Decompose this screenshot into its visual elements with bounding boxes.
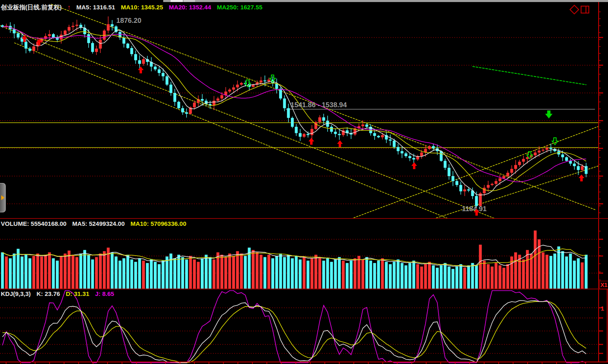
volume-bar [483, 260, 486, 289]
volume-bar [354, 258, 357, 289]
volume-bar [381, 258, 384, 289]
kdj-indicator-label: KDJ(9,3,3) [1, 290, 31, 297]
candle-body [408, 156, 411, 158]
volume-bar [365, 257, 368, 289]
volume-bar [240, 254, 243, 289]
volume-bar [283, 257, 286, 289]
volume-bar [448, 267, 450, 289]
volume-bar [236, 251, 239, 289]
candle-body [381, 135, 384, 137]
volume-bar [271, 258, 274, 289]
candle-body [444, 161, 446, 168]
candle-body [475, 196, 478, 206]
volume-bar [565, 256, 568, 289]
candle-body [463, 190, 466, 192]
volume-ma5-value: MA5: 52499324.00 [72, 220, 124, 227]
kdj-chart[interactable] [0, 289, 608, 364]
volume-bar [471, 263, 474, 289]
ma5-value: MA5: 1316.51 [76, 4, 115, 11]
period-zoom-label[interactable]: X1 [599, 281, 608, 289]
volume-bar [138, 258, 141, 289]
candle-body [95, 49, 98, 52]
candle-body [448, 168, 450, 176]
volume-bar [550, 256, 553, 289]
volume-bar [103, 251, 106, 289]
candle-body [541, 150, 544, 150]
volume-bar [279, 254, 282, 289]
buy-signal-arrow [337, 140, 343, 147]
price-label: 1184.91 [462, 205, 487, 213]
candle-body [68, 27, 71, 31]
candle-body [291, 118, 294, 127]
candle-body [91, 43, 94, 52]
volume-chart[interactable] [0, 219, 608, 289]
volume-bar [126, 255, 129, 289]
volume-bar [491, 267, 494, 289]
volume-bar [99, 254, 102, 289]
volume-bar [173, 258, 176, 289]
candle-body [483, 188, 486, 194]
volume-bar [260, 255, 262, 289]
candle-body [295, 127, 298, 133]
volume-bar [1, 252, 4, 289]
volume-bar [338, 257, 341, 289]
volume-bar [452, 269, 455, 289]
volume-bar [275, 256, 278, 289]
sidebar-slide-handle[interactable] [0, 183, 6, 212]
candle-body [173, 93, 176, 102]
volume-bar [322, 260, 325, 289]
volume-bar [244, 256, 247, 289]
volume-bar [228, 254, 231, 289]
candle-body [330, 127, 333, 132]
candle-body [185, 113, 188, 114]
candle-body [87, 34, 90, 43]
trendline [433, 166, 599, 218]
volume-value: VOLUME: 55540168.00 [1, 220, 67, 227]
candle-body [299, 133, 302, 137]
candle-body [29, 49, 31, 51]
volume-header: VOLUME: 55540168.00 MA5: 52499324.00 MA1… [1, 220, 190, 227]
candle-body [377, 136, 380, 137]
price-label: 1541.86 - 1538.94 [291, 101, 347, 109]
main-price-chart[interactable]: 1876.201541.86 - 1538.941184.91 [0, 2, 608, 218]
volume-bar [436, 268, 439, 289]
volume-bar [142, 260, 145, 289]
candle-body [283, 99, 286, 108]
volume-bar [71, 255, 74, 289]
volume-bar [342, 260, 345, 289]
volume-bar [357, 256, 360, 289]
volume-bar [166, 256, 169, 289]
candle-body [514, 165, 517, 169]
volume-bar [134, 262, 137, 289]
volume-bar [420, 267, 423, 289]
volume-bar [32, 256, 35, 289]
kdj-axis-top-label: 1 [601, 305, 604, 312]
top-strip-gray [163, 0, 608, 2]
buy-signal-arrow [308, 138, 314, 145]
candle-body [213, 101, 215, 106]
volume-bar [350, 260, 353, 289]
volume-bar [209, 257, 211, 289]
volume-bar [585, 255, 588, 289]
candle-body [373, 133, 376, 136]
candle-body [510, 169, 513, 173]
kdj-k-value: K: 23.76 [37, 290, 60, 297]
candle-body [365, 125, 368, 127]
volume-bar [146, 263, 149, 289]
candle-body [193, 103, 196, 108]
candle-body [306, 134, 309, 135]
volume-bar [60, 256, 63, 289]
candle-body [401, 151, 404, 153]
candle-body [64, 31, 67, 35]
volume-bar [44, 255, 47, 289]
candle-body [130, 48, 133, 54]
volume-bar [455, 267, 458, 289]
candle-body [111, 24, 113, 26]
instrument-title: 创业板指(日线.前复权) [1, 4, 62, 11]
volume-bar [561, 251, 564, 289]
candle-body [404, 153, 407, 156]
kdj-header: KDJ(9,3,3) K: 23.76 D: 31.31 J: 8.65 [1, 290, 118, 297]
candle-body [546, 148, 548, 150]
candle-body [502, 176, 505, 178]
candle-body [264, 80, 266, 81]
